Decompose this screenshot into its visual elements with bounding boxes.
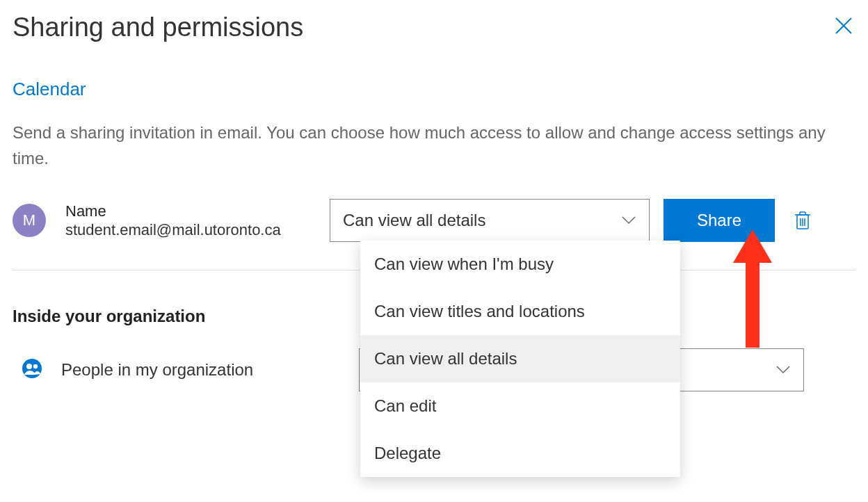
avatar-initial: M xyxy=(23,211,35,229)
permission-dropdown-menu: Can view when I'm busy Can view titles a… xyxy=(360,241,680,477)
section-description: Send a sharing invitation in email. You … xyxy=(13,120,833,171)
permission-option-edit[interactable]: Can edit xyxy=(360,382,680,430)
permission-select[interactable]: Can view all details xyxy=(330,199,650,242)
chevron-down-icon xyxy=(775,365,791,375)
sharing-permissions-panel: Sharing and permissions Calendar Send a … xyxy=(0,0,868,502)
chevron-down-icon xyxy=(621,216,636,225)
permission-option-all-details[interactable]: Can view all details xyxy=(360,335,680,382)
org-row-label: People in my organization xyxy=(61,360,326,380)
permission-option-delegate[interactable]: Delegate xyxy=(360,430,680,477)
permission-option-busy[interactable]: Can view when I'm busy xyxy=(360,241,680,288)
share-button[interactable]: Share xyxy=(664,199,775,242)
invitee-email: student.email@mail.utoronto.ca xyxy=(65,220,330,240)
permission-select-value: Can view all details xyxy=(343,211,485,230)
svg-point-11 xyxy=(26,364,32,369)
remove-button[interactable] xyxy=(789,199,817,242)
svg-point-12 xyxy=(33,364,38,369)
permission-option-titles[interactable]: Can view titles and locations xyxy=(360,288,680,335)
trash-icon xyxy=(794,210,812,231)
title-row: Sharing and permissions xyxy=(13,13,855,42)
people-icon xyxy=(22,358,42,382)
calendar-heading: Calendar xyxy=(13,79,855,100)
page-title: Sharing and permissions xyxy=(13,13,303,42)
invitee-name: Name xyxy=(65,202,330,221)
org-icon xyxy=(21,359,43,381)
invitee-text: Name student.email@mail.utoronto.ca xyxy=(65,202,330,240)
close-icon xyxy=(835,17,853,35)
avatar: M xyxy=(13,204,46,237)
close-button[interactable] xyxy=(832,14,855,38)
share-button-label: Share xyxy=(697,211,741,230)
svg-point-10 xyxy=(22,359,42,378)
